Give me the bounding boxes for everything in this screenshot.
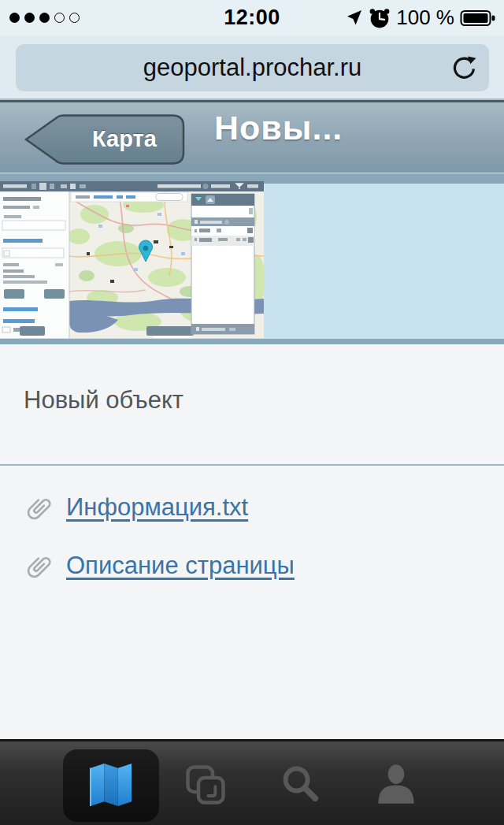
browser-url-bar: geoportal.prochar.ru: [0, 35, 504, 100]
alarm-clock-icon: [369, 7, 391, 29]
map-screenshot-thumbnail: [0, 181, 264, 338]
reload-icon[interactable]: [451, 55, 476, 80]
attachment-row[interactable]: Информация.txt: [24, 490, 295, 525]
url-field[interactable]: geoportal.prochar.ru: [16, 44, 489, 91]
back-button-karta[interactable]: Карта: [24, 113, 187, 165]
section-divider: [0, 464, 504, 466]
nav-header: Карта Новы...: [0, 100, 504, 173]
map-icon: [87, 761, 135, 808]
tab-map-active[interactable]: [63, 741, 159, 825]
thumb-left-panel: [0, 191, 69, 338]
tab-search[interactable]: [277, 741, 324, 825]
page-heading: Новый объект: [24, 386, 504, 414]
page-content: Новый объект Информация.txt Описание стр…: [0, 344, 504, 739]
thumb-right-panel: [191, 194, 254, 334]
paperclip-icon: [17, 544, 62, 589]
thumb-button: [146, 326, 194, 336]
battery-icon: [460, 8, 496, 28]
user-icon: [374, 763, 418, 807]
attachment-link[interactable]: Описание страницы: [66, 552, 295, 580]
attachment-link[interactable]: Информация.txt: [66, 493, 248, 522]
bottom-tab-bar: [0, 739, 504, 825]
thumb-button: [20, 326, 45, 336]
search-icon: [279, 763, 323, 807]
phone-screen: 12:00 100 % geoportal.prochar.ru: [0, 0, 504, 825]
status-bar: 12:00 100 %: [0, 0, 504, 35]
pages-icon: [184, 764, 227, 806]
location-arrow-icon: [344, 9, 363, 28]
preview-section: [0, 173, 504, 344]
attachment-row[interactable]: Описание страницы: [24, 548, 295, 583]
paperclip-icon: [17, 485, 62, 530]
page-title-truncated: Новы...: [214, 109, 343, 147]
url-text: geoportal.prochar.ru: [143, 54, 361, 82]
attachment-list: Информация.txt Описание страницы: [24, 490, 295, 607]
tab-pages[interactable]: [182, 741, 229, 825]
battery-percent: 100 %: [396, 6, 454, 30]
back-button-label: Карта: [77, 113, 172, 164]
tab-profile[interactable]: [372, 741, 420, 825]
